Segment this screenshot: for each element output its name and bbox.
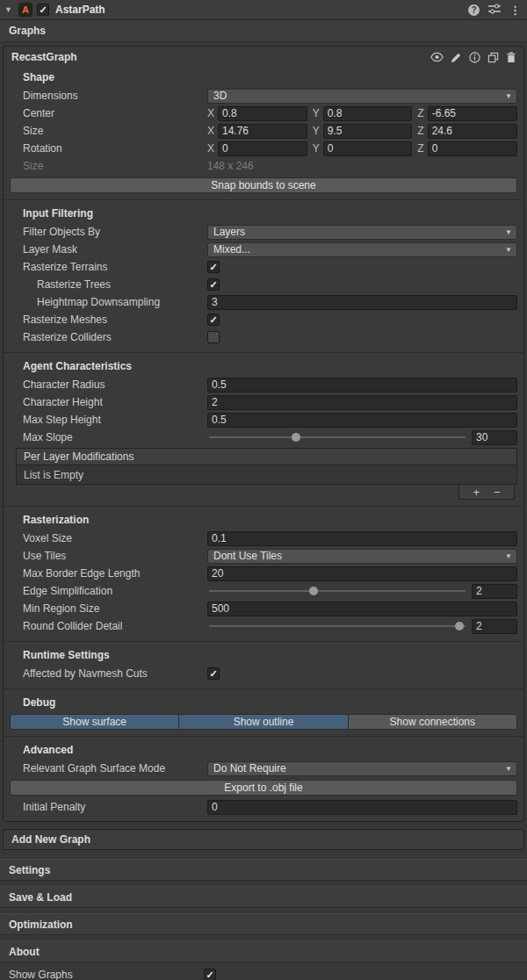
- section-divider: [4, 352, 523, 353]
- max-border-edge-length-field[interactable]: [207, 566, 517, 581]
- section-save-and-load[interactable]: Save & Load: [0, 886, 527, 908]
- debug-heading: Debug: [4, 693, 523, 712]
- chevron-down-icon: ▼: [502, 765, 515, 773]
- rasterize-meshes-checkbox[interactable]: [207, 313, 220, 326]
- x-axis-label: X: [207, 107, 214, 119]
- section-graphs[interactable]: Graphs: [0, 20, 527, 42]
- navmesh-cuts-label: Affected by Navmesh Cuts: [4, 667, 207, 680]
- min-region-size-field[interactable]: [207, 602, 517, 616]
- rasterize-trees-label: Rasterize Trees: [4, 278, 207, 291]
- export-obj-button[interactable]: Export to .obj file: [10, 780, 517, 796]
- help-icon[interactable]: ?: [468, 4, 480, 16]
- runtime-settings-heading: Runtime Settings: [4, 645, 523, 665]
- round-collider-detail-slider[interactable]: [207, 619, 467, 633]
- max-step-height-field[interactable]: [207, 413, 517, 428]
- max-slope-field[interactable]: [472, 430, 517, 445]
- show-connections-toggle[interactable]: Show connections: [349, 715, 516, 729]
- center-row: Center X Y Z: [4, 104, 523, 122]
- surface-mode-label: Relevant Graph Surface Mode: [4, 762, 207, 775]
- slider-handle[interactable]: [455, 622, 464, 631]
- rotation-y-field[interactable]: [323, 141, 413, 156]
- size-z-field[interactable]: [428, 124, 517, 139]
- component-header: ▼ A AstarPath ? ⋮: [0, 0, 527, 20]
- y-axis-label: Y: [313, 107, 320, 119]
- component-enabled-checkbox[interactable]: [37, 4, 49, 16]
- debug-toggle-group: Show surface Show outline Show connectio…: [10, 714, 517, 730]
- info-icon[interactable]: [469, 52, 480, 63]
- navmesh-cuts-row: Affected by Navmesh Cuts: [4, 665, 523, 682]
- section-divider: [4, 688, 523, 689]
- show-surface-toggle[interactable]: Show surface: [11, 715, 179, 729]
- voxel-size-field[interactable]: [207, 531, 517, 546]
- add-new-graph-button[interactable]: Add New Graph: [3, 829, 524, 850]
- delete-trash-icon[interactable]: [506, 52, 516, 63]
- list-add-button[interactable]: +: [473, 486, 480, 498]
- dimensions-row: Dimensions 3D ▼: [4, 87, 523, 104]
- y-axis-label: Y: [313, 125, 320, 137]
- more-options-icon[interactable]: ⋮: [509, 4, 521, 16]
- size-voxels-value: 148 x 246: [207, 160, 254, 172]
- list-footer-buttons: + −: [458, 485, 515, 500]
- section-optimization[interactable]: Optimization: [0, 913, 527, 935]
- snap-bounds-button[interactable]: Snap bounds to scene: [10, 177, 517, 193]
- show-outline-toggle[interactable]: Show outline: [179, 715, 348, 729]
- navmesh-cuts-checkbox[interactable]: [207, 667, 220, 680]
- presets-icon[interactable]: [488, 4, 501, 17]
- size-voxels-label: Size: [4, 160, 207, 172]
- surface-mode-dropdown[interactable]: Do Not Require ▼: [207, 761, 517, 776]
- character-height-field[interactable]: [207, 395, 517, 410]
- rasterize-colliders-checkbox[interactable]: [207, 331, 220, 343]
- character-height-label: Character Height: [4, 396, 207, 408]
- rotation-row: Rotation X Y Z: [4, 140, 523, 157]
- dimensions-label: Dimensions: [4, 90, 207, 102]
- filter-objects-by-dropdown[interactable]: Layers ▼: [207, 225, 517, 240]
- slider-handle[interactable]: [292, 433, 300, 442]
- max-slope-slider[interactable]: [207, 430, 467, 444]
- show-graphs-checkbox[interactable]: [204, 969, 216, 980]
- rotation-z-field[interactable]: [428, 141, 517, 156]
- foldout-arrow-icon[interactable]: ▼: [4, 5, 14, 14]
- character-radius-row: Character Radius: [4, 376, 523, 393]
- per-layer-list-header[interactable]: Per Layer Modifications: [16, 448, 517, 465]
- rasterize-trees-checkbox[interactable]: [207, 278, 220, 291]
- initial-penalty-field[interactable]: [207, 800, 517, 815]
- round-collider-detail-row: Round Collider Detail: [4, 617, 523, 635]
- character-radius-field[interactable]: [207, 378, 517, 393]
- rasterize-terrains-checkbox[interactable]: [207, 261, 220, 273]
- edge-simplification-field[interactable]: [472, 584, 517, 599]
- slider-handle[interactable]: [309, 587, 318, 595]
- rotation-label: Rotation: [4, 142, 207, 155]
- visibility-eye-icon[interactable]: [430, 52, 444, 62]
- edge-simplification-slider[interactable]: [207, 584, 467, 598]
- section-settings[interactable]: Settings: [0, 859, 527, 881]
- center-x-field[interactable]: [218, 106, 307, 121]
- min-region-size-row: Min Region Size: [4, 600, 523, 617]
- use-tiles-dropdown[interactable]: Dont Use Tiles ▼: [207, 549, 517, 564]
- graph-name[interactable]: RecastGraph: [11, 51, 430, 63]
- rotation-x-field[interactable]: [218, 141, 307, 156]
- duplicate-icon[interactable]: [487, 52, 499, 63]
- section-about[interactable]: About: [0, 940, 527, 962]
- size-x-field[interactable]: [218, 124, 307, 139]
- center-z-field[interactable]: [428, 106, 517, 121]
- section-divider: [4, 199, 523, 200]
- heightmap-downsampling-field[interactable]: [207, 295, 517, 310]
- round-collider-detail-label: Round Collider Detail: [4, 620, 207, 632]
- agent-characteristics-heading: Agent Characteristics: [4, 357, 523, 376]
- size-y-field[interactable]: [323, 124, 413, 139]
- chevron-down-icon: ▼: [502, 228, 515, 236]
- voxel-size-label: Voxel Size: [4, 532, 207, 544]
- edit-pencil-icon[interactable]: [451, 52, 462, 63]
- list-remove-button[interactable]: −: [494, 486, 501, 498]
- show-graphs-row: Show Graphs: [0, 966, 527, 980]
- layer-mask-dropdown[interactable]: Mixed... ▼: [207, 242, 517, 257]
- z-axis-label: Z: [417, 142, 423, 155]
- size-voxels-row: Size 148 x 246: [4, 157, 523, 175]
- round-collider-detail-field[interactable]: [472, 619, 517, 634]
- center-y-field[interactable]: [323, 106, 413, 121]
- per-layer-list-empty-row: List is Empty: [16, 465, 517, 485]
- initial-penalty-label: Initial Penalty: [4, 801, 207, 813]
- dimensions-dropdown[interactable]: 3D ▼: [207, 89, 517, 104]
- initial-penalty-row: Initial Penalty: [4, 798, 523, 816]
- x-axis-label: X: [207, 142, 214, 155]
